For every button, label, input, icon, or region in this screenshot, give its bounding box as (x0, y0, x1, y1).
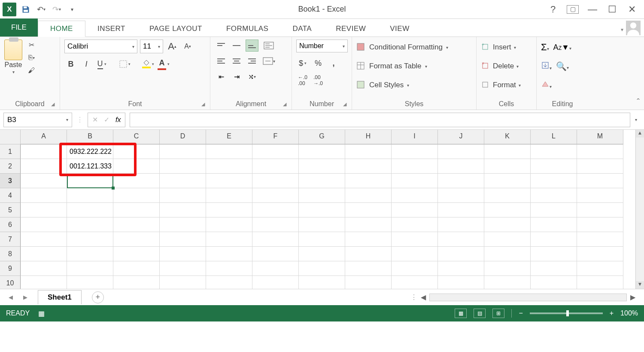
cell-B8[interactable] (67, 247, 113, 261)
cell-M6[interactable] (577, 217, 623, 232)
number-dialog-launcher[interactable]: ◢ (343, 101, 346, 107)
cell-H8[interactable] (345, 247, 392, 261)
cell-D6[interactable] (160, 217, 206, 232)
cell-D1[interactable] (160, 144, 206, 159)
cell-H2[interactable] (345, 159, 392, 174)
cell-J4[interactable] (438, 188, 484, 203)
cell-E5[interactable] (206, 203, 252, 217)
select-all-corner[interactable] (0, 130, 21, 144)
cell-A4[interactable] (21, 188, 67, 203)
cell-E6[interactable] (206, 217, 252, 232)
cell-F6[interactable] (252, 217, 299, 232)
row-header-3[interactable]: 3 (0, 174, 21, 188)
tab-home[interactable]: HOME (38, 21, 85, 37)
cell-C7[interactable] (113, 232, 160, 247)
ribbon-display-options[interactable]: ▢ (567, 5, 579, 14)
column-header-M[interactable]: M (577, 130, 623, 144)
cell-L5[interactable] (531, 203, 577, 217)
insert-function-button[interactable]: fx (115, 116, 121, 124)
cell-M9[interactable] (577, 261, 623, 276)
cell-F3[interactable] (252, 174, 299, 188)
cell-E7[interactable] (206, 232, 252, 247)
percent-format-button[interactable]: % (312, 57, 325, 70)
cell-B1[interactable]: 0932.222.222 (67, 144, 113, 159)
column-header-D[interactable]: D (160, 130, 206, 144)
tab-formulas[interactable]: FORMULAS (214, 21, 280, 37)
cell-H3[interactable] (345, 174, 392, 188)
font-dialog-launcher[interactable]: ◢ (201, 101, 205, 107)
cell-L9[interactable] (531, 261, 577, 276)
conditional-formatting-button[interactable]: Conditional Formatting▾ (356, 40, 472, 55)
insert-cells-button[interactable]: +Insert▾ (481, 40, 532, 55)
cell-M10[interactable] (577, 276, 623, 289)
cell-I7[interactable] (392, 232, 438, 247)
cell-C2[interactable] (113, 159, 160, 174)
borders-button[interactable] (118, 58, 131, 70)
cell-L1[interactable] (531, 144, 577, 159)
column-header-L[interactable]: L (531, 130, 577, 144)
cell-G4[interactable] (299, 188, 345, 203)
zoom-out-button[interactable]: − (519, 309, 522, 317)
cell-L4[interactable] (531, 188, 577, 203)
cell-M4[interactable] (577, 188, 623, 203)
cell-J8[interactable] (438, 247, 484, 261)
cell-I6[interactable] (392, 217, 438, 232)
column-header-C[interactable]: C (113, 130, 160, 144)
page-break-view-button[interactable]: ⊞ (492, 309, 504, 318)
cell-M5[interactable] (577, 203, 623, 217)
cell-D10[interactable] (160, 276, 206, 289)
cell-H7[interactable] (345, 232, 392, 247)
normal-view-button[interactable]: ▦ (455, 309, 467, 318)
vertical-scrollbar[interactable]: ▲ ▼ (635, 130, 644, 289)
cell-I3[interactable] (392, 174, 438, 188)
comma-format-button[interactable]: , (327, 57, 340, 70)
cell-L6[interactable] (531, 217, 577, 232)
new-sheet-button[interactable]: + (92, 291, 104, 303)
format-as-table-button[interactable]: Format as Table▾ (356, 58, 472, 74)
cell-F5[interactable] (252, 203, 299, 217)
cell-M1[interactable] (577, 144, 623, 159)
column-header-E[interactable]: E (206, 130, 252, 144)
cell-I1[interactable] (392, 144, 438, 159)
cell-K6[interactable] (484, 217, 531, 232)
bold-button[interactable]: B (64, 58, 77, 70)
tab-data[interactable]: DATA (280, 21, 324, 37)
cell-D8[interactable] (160, 247, 206, 261)
cell-J9[interactable] (438, 261, 484, 276)
row-header-5[interactable]: 5 (0, 203, 21, 217)
zoom-in-button[interactable]: + (610, 309, 614, 317)
number-format-selector[interactable]: Number▾ (296, 40, 348, 52)
cell-F8[interactable] (252, 247, 299, 261)
cell-I8[interactable] (392, 247, 438, 261)
cell-K4[interactable] (484, 188, 531, 203)
cell-G2[interactable] (299, 159, 345, 174)
cell-G8[interactable] (299, 247, 345, 261)
cell-D2[interactable] (160, 159, 206, 174)
cell-G7[interactable] (299, 232, 345, 247)
cell-E10[interactable] (206, 276, 252, 289)
cell-A9[interactable] (21, 261, 67, 276)
cell-C3[interactable] (113, 174, 160, 188)
name-box[interactable]: B3▾ (3, 113, 72, 127)
cell-I4[interactable] (392, 188, 438, 203)
zoom-slider[interactable] (530, 312, 603, 314)
cell-H5[interactable] (345, 203, 392, 217)
cell-F1[interactable] (252, 144, 299, 159)
cell-D7[interactable] (160, 232, 206, 247)
align-middle-button[interactable] (230, 40, 243, 52)
help-button[interactable]: ? (547, 4, 559, 15)
column-header-H[interactable]: H (345, 130, 392, 144)
cell-J6[interactable] (438, 217, 484, 232)
clear-button[interactable]: ▾ (541, 80, 552, 90)
cell-D5[interactable] (160, 203, 206, 217)
decrease-decimal-button[interactable]: .00→.0 (312, 74, 325, 87)
cell-F2[interactable] (252, 159, 299, 174)
cell-E8[interactable] (206, 247, 252, 261)
formula-bar[interactable] (130, 113, 630, 127)
align-center-button[interactable] (230, 55, 243, 67)
tab-view[interactable]: VIEW (378, 21, 421, 37)
cell-C4[interactable] (113, 188, 160, 203)
cell-M7[interactable] (577, 232, 623, 247)
cell-D9[interactable] (160, 261, 206, 276)
align-left-button[interactable] (215, 55, 228, 67)
